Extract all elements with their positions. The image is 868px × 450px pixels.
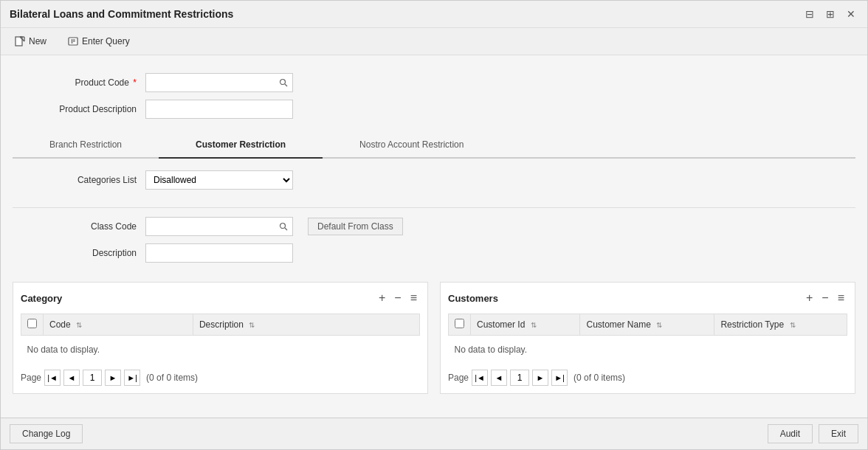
customers-remove-button[interactable]: − — [819, 290, 831, 306]
change-log-button[interactable]: Change Log — [10, 424, 83, 443]
customers-table-header: Customers + − ≡ — [448, 290, 847, 306]
audit-button[interactable]: Audit — [768, 424, 813, 443]
bottom-left: Change Log — [10, 424, 83, 443]
customers-page-num-input[interactable] — [510, 370, 529, 386]
customers-first-page-btn[interactable]: |◄ — [472, 370, 488, 386]
customers-no-data-row: No data to display. — [449, 336, 847, 364]
categories-row: Categories List Disallowed Allowed — [13, 165, 855, 195]
svg-line-9 — [285, 84, 287, 86]
category-no-data-row: No data to display. — [21, 336, 420, 364]
category-last-page-btn[interactable]: ►| — [124, 370, 140, 386]
class-code-search-button[interactable] — [275, 218, 292, 235]
class-code-input[interactable] — [146, 219, 275, 234]
class-code-input-wrapper — [145, 217, 293, 236]
class-code-label: Class Code — [42, 221, 145, 232]
tab-branch-restriction[interactable]: Branch Restriction — [13, 132, 159, 157]
new-icon — [14, 35, 26, 47]
customers-items-info: (0 of 0 items) — [574, 373, 625, 383]
svg-point-8 — [280, 80, 286, 85]
product-description-label: Product Description — [42, 104, 145, 114]
maximize-button[interactable]: ⊞ — [823, 7, 838, 21]
customer-id-col: Customer Id ⇅ — [471, 314, 580, 336]
category-no-data-cell: No data to display. — [21, 336, 420, 364]
category-remove-button[interactable]: − — [391, 290, 404, 306]
enter-query-button[interactable]: Enter Query — [63, 32, 134, 50]
tables-section: Category + − ≡ Code — [13, 282, 855, 394]
class-section: Class Code Default From Class Descriptio… — [13, 211, 855, 276]
category-table-title: Category — [21, 293, 62, 304]
customers-prev-page-btn[interactable]: ◄ — [491, 370, 507, 386]
default-from-class-button[interactable]: Default From Class — [308, 218, 403, 235]
class-code-row: Class Code Default From Class — [13, 217, 855, 236]
customers-columns-button[interactable]: ≡ — [835, 290, 847, 306]
product-code-input[interactable] — [146, 75, 275, 90]
category-select-all-checkbox[interactable] — [27, 319, 37, 328]
description-input-wrapper — [145, 243, 293, 263]
category-page-label: Page — [21, 373, 41, 383]
category-first-page-btn[interactable]: |◄ — [44, 370, 61, 386]
title-bar: Bilateral Loans and Commitment Restricti… — [1, 1, 867, 28]
new-button[interactable]: New — [10, 32, 51, 50]
category-add-button[interactable]: + — [376, 290, 388, 306]
category-description-col: Description ⇅ — [193, 314, 419, 336]
divider-1 — [13, 207, 855, 208]
description-input[interactable] — [146, 246, 292, 260]
product-description-input[interactable] — [146, 102, 292, 117]
new-label: New — [29, 36, 46, 46]
category-panel: Category + − ≡ Code — [13, 282, 428, 394]
category-pagination: Page |◄ ◄ ► ►| (0 of 0 items) — [21, 370, 420, 386]
category-code-col: Code ⇅ — [44, 314, 193, 336]
customers-pagination: Page |◄ ◄ ► ►| (0 of 0 items) — [448, 370, 847, 386]
category-prev-page-btn[interactable]: ◄ — [63, 370, 80, 386]
svg-line-11 — [285, 228, 287, 230]
bottom-right: Audit Exit — [768, 424, 858, 443]
customers-table-title: Customers — [448, 293, 498, 304]
code-sort-icon: ⇅ — [76, 321, 82, 329]
category-items-info: (0 of 0 items) — [146, 373, 198, 383]
minimize-button[interactable]: ⊟ — [802, 7, 817, 21]
customers-next-page-btn[interactable]: ► — [532, 370, 548, 386]
restriction-type-sort-icon: ⇅ — [790, 321, 796, 329]
customer-id-sort-icon: ⇅ — [531, 321, 537, 329]
category-table-actions: + − ≡ — [376, 290, 420, 306]
customers-table: Customer Id ⇅ Customer Name ⇅ Restrictio… — [448, 314, 847, 364]
product-description-input-wrapper — [145, 100, 293, 119]
form-section: Product Code * Product Description — [13, 67, 855, 132]
customers-select-all-checkbox[interactable] — [455, 319, 464, 328]
customers-last-page-btn[interactable]: ►| — [551, 370, 568, 386]
bottom-bar: Change Log Audit Exit — [1, 418, 867, 449]
categories-select[interactable]: Disallowed Allowed — [145, 170, 293, 190]
category-select-all-col — [21, 314, 44, 336]
enter-query-label: Enter Query — [82, 36, 130, 46]
close-button[interactable]: ✕ — [844, 7, 858, 21]
customer-name-col: Customer Name ⇅ — [580, 314, 714, 336]
product-code-row: Product Code * — [13, 73, 855, 92]
customers-add-button[interactable]: + — [803, 290, 816, 306]
description-label: Description — [42, 248, 145, 258]
category-next-page-btn[interactable]: ► — [105, 370, 121, 386]
customer-name-sort-icon: ⇅ — [656, 321, 662, 329]
product-code-input-wrapper — [145, 73, 293, 92]
customers-panel: Customers + − ≡ Custom — [440, 282, 855, 394]
query-icon — [67, 35, 79, 47]
window-controls: ⊟ ⊞ ✕ — [802, 7, 858, 21]
category-page-num-input[interactable] — [83, 370, 102, 386]
tab-nostro-account-restriction[interactable]: Nostro Account Restriction — [323, 132, 500, 157]
category-columns-button[interactable]: ≡ — [407, 290, 420, 306]
tabs-container: Branch Restriction Customer Restriction … — [13, 132, 855, 159]
svg-point-10 — [280, 224, 286, 229]
toolbar: New Enter Query — [1, 28, 867, 55]
customers-select-all-col — [449, 314, 471, 336]
description-row: Description — [13, 243, 855, 263]
exit-button[interactable]: Exit — [819, 424, 858, 443]
sub-form-section: Categories List Disallowed Allowed — [13, 159, 855, 204]
category-table: Code ⇅ Description ⇅ No data to display. — [21, 314, 420, 364]
window-title: Bilateral Loans and Commitment Restricti… — [10, 8, 233, 20]
customers-page-label: Page — [448, 373, 469, 383]
restriction-type-col: Restriction Type ⇅ — [714, 314, 847, 336]
category-table-header: Category + − ≡ — [21, 290, 420, 306]
product-code-label: Product Code * — [42, 77, 145, 88]
customers-no-data-cell: No data to display. — [449, 336, 847, 364]
product-code-search-button[interactable] — [275, 74, 292, 91]
tab-customer-restriction[interactable]: Customer Restriction — [159, 132, 323, 157]
